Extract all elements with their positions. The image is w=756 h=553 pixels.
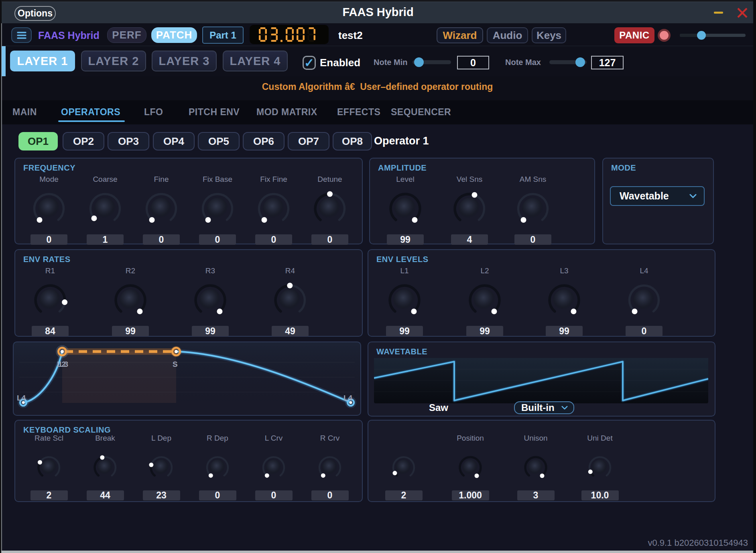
knob-vel-sns[interactable] [445,185,494,233]
knob-fix-fine[interactable] [250,185,298,233]
knob-rate-scl[interactable] [31,449,67,486]
keyboard-scaling-panel: KEYBOARD SCALING Rate Scl2Break44L Dep23… [14,420,363,502]
knob-value-r-dep[interactable]: 0 [199,490,236,500]
knob-value-mode[interactable]: 0 [30,234,67,245]
note-max-slider-thumb[interactable] [575,57,585,67]
knob-r1[interactable] [26,276,74,324]
note-min-slider-thumb[interactable] [414,57,424,67]
knob-value-oscillator-1[interactable]: 2 [385,490,423,500]
perf-mode-button[interactable]: PERF [107,27,146,43]
knob-r4[interactable] [266,276,314,324]
knob-value-r1[interactable]: 84 [32,326,69,336]
knob-value-unison[interactable]: 3 [517,490,555,500]
knob-value-l-crv[interactable]: 0 [255,490,293,500]
part-selector-button[interactable]: Part 1 [202,26,244,44]
envelope-point-sustain[interactable] [171,346,182,357]
knob-l-crv[interactable] [256,449,292,486]
layer-1-button[interactable]: LAYER 1 [10,51,75,71]
knob-l-dep[interactable] [143,449,179,486]
wavetable-display [374,358,708,403]
menu-button[interactable] [11,27,32,43]
knob-value-r4[interactable]: 49 [272,326,309,336]
note-min-value[interactable]: 0 [457,56,489,69]
knob-am-sns[interactable] [509,185,557,233]
op2-button[interactable]: OP2 [63,132,104,150]
knob-r3[interactable] [186,276,234,324]
layer-2-button[interactable]: LAYER 2 [81,51,146,71]
knob-value-l-dep[interactable]: 23 [143,490,180,500]
layer-3-button[interactable]: LAYER 3 [152,51,217,71]
tab-lfo[interactable]: LFO [144,107,163,118]
knob-mode[interactable] [25,185,73,233]
knob-value-l2[interactable]: 99 [466,326,503,336]
tab-effects[interactable]: EFFECTS [337,107,380,118]
knob-value-am-sns[interactable]: 0 [514,234,551,245]
knob-l3[interactable] [540,276,588,324]
knob-value-level[interactable]: 99 [387,234,424,245]
op1-button[interactable]: OP1 [18,132,58,150]
wavetable-source-dropdown[interactable]: Built-in [514,401,574,414]
keys-button[interactable]: Keys [532,27,566,43]
knob-break[interactable] [87,449,123,486]
op5-button[interactable]: OP5 [198,132,240,150]
knob-value-r-crv[interactable]: 0 [311,490,349,500]
wizard-button[interactable]: Wizard [437,27,483,43]
op6-button[interactable]: OP6 [243,132,285,150]
knob-fix-base[interactable] [193,185,242,233]
knob-value-position[interactable]: 1.000 [452,490,489,500]
knob-l1[interactable] [380,276,429,324]
knob-l2[interactable] [461,276,509,324]
knob-value-r3[interactable]: 99 [192,326,229,336]
mode-dropdown[interactable]: Wavetable [610,186,705,206]
panic-button[interactable]: PANIC [614,27,654,43]
layer-4-button[interactable]: LAYER 4 [223,51,288,71]
knob-value-r2[interactable]: 99 [112,326,149,336]
knob-value-l4[interactable]: 0 [626,326,663,336]
knob-value-coarse[interactable]: 1 [87,234,124,245]
knob-value-l3[interactable]: 99 [546,326,583,336]
op8-button[interactable]: OP8 [333,132,372,150]
knob-value-break[interactable]: 44 [87,490,124,500]
record-indicator[interactable] [658,29,671,42]
knob-value-detune[interactable]: 0 [311,234,348,245]
knob-coarse[interactable] [81,185,129,233]
tab-operators[interactable]: OPERATORS [61,107,120,118]
knob-unison[interactable] [518,449,554,486]
op7-button[interactable]: OP7 [288,132,329,150]
knob-detune[interactable] [306,185,354,233]
knob-r-crv[interactable] [312,449,348,486]
knob-position[interactable] [452,449,488,486]
knob-r2[interactable] [106,276,154,324]
op4-button[interactable]: OP4 [153,132,195,150]
knob-label-level: Level [371,175,439,184]
knob-level[interactable] [381,185,429,233]
minimize-icon[interactable] [714,12,723,14]
knob-uni-det[interactable] [582,449,618,486]
knob-value-fix-base[interactable]: 0 [199,234,236,245]
note-max-value[interactable]: 127 [591,56,624,69]
knob-value-fine[interactable]: 0 [143,234,180,245]
knob-oscillator-1[interactable] [386,449,422,486]
patch-mode-button[interactable]: PATCH [151,27,197,43]
op3-button[interactable]: OP3 [108,132,149,150]
knob-value-fix-fine[interactable]: 0 [255,234,292,245]
knob-value-rate-scl[interactable]: 2 [30,490,68,500]
close-icon[interactable] [737,7,748,18]
volume-slider-thumb[interactable] [697,31,706,40]
knob-fine[interactable] [137,185,185,233]
tab-pitch-env[interactable]: PITCH ENV [189,107,240,118]
knob-value-vel-sns[interactable]: 4 [451,234,488,245]
tab-mod-matrix[interactable]: MOD MATRIX [256,107,317,118]
audio-button[interactable]: Audio [487,27,528,43]
options-button[interactable]: Options [14,6,56,21]
enabled-checkbox[interactable]: ✓ [303,56,316,70]
envelope-point-peak[interactable] [56,345,69,358]
knob-value-l1[interactable]: 99 [386,326,423,336]
knob-label-unison: Unison [502,433,570,443]
tab-sequencer[interactable]: SEQUENCER [391,107,451,118]
knob-l4[interactable] [620,276,668,324]
knob-r-dep[interactable] [199,449,236,486]
knob-value-uni-det[interactable]: 10.0 [581,490,619,500]
tab-main[interactable]: MAIN [12,107,37,118]
envelope-curve[interactable] [14,342,360,415]
